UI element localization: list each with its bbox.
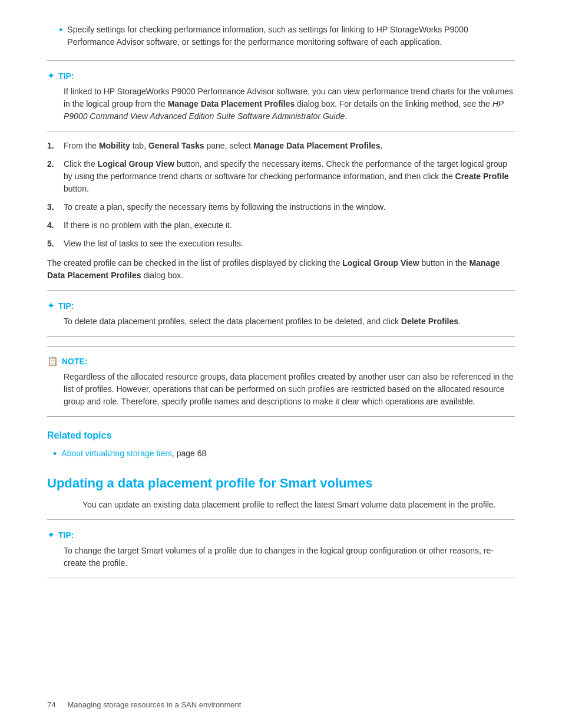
section-intro: You can update an existing data placemen… <box>82 499 515 511</box>
step-2-num: 2. <box>47 158 58 170</box>
tip2-body: To delete data placement profiles, selec… <box>47 315 515 328</box>
step-4: 4. If there is no problem with the plan,… <box>47 219 515 232</box>
note1-icon: 📋 <box>47 355 58 368</box>
tip2-label: TIP: <box>58 300 74 312</box>
tip3-label: TIP: <box>58 529 74 542</box>
step-1-text: From the Mobility tab, General Tasks pan… <box>64 140 515 152</box>
tip2-text1: To delete data placement profiles, selec… <box>64 317 401 326</box>
divider-note-bottom <box>47 416 515 417</box>
page-footer: 74 Managing storage resources in a SAN e… <box>47 699 515 711</box>
section-heading: Updating a data placement profile for Sm… <box>47 475 515 492</box>
tip1-bold1: Manage Data Placement Profiles <box>168 99 295 108</box>
note1-box: 📋 NOTE: Regardless of the allocated reso… <box>47 355 515 408</box>
step-3: 3. To create a plan, specify the necessa… <box>47 201 515 213</box>
related-bullet-icon: • <box>53 447 57 461</box>
tip1-header: ✦ TIP: <box>47 69 515 83</box>
related-topics-heading: Related topics <box>47 429 515 443</box>
step-2-text: Click the Logical Group View button, and… <box>64 158 515 195</box>
tip3-box: ✦ TIP: To change the target Smart volume… <box>47 528 515 569</box>
step-3-text: To create a plan, specify the necessary … <box>64 201 515 213</box>
tip2-icon: ✦ <box>47 299 55 313</box>
divider-tip3-top <box>47 519 515 520</box>
step-1-num: 1. <box>47 140 58 152</box>
tip1-icon: ✦ <box>47 69 55 83</box>
tip3-icon: ✦ <box>47 528 55 542</box>
numbered-list: 1. From the Mobility tab, General Tasks … <box>47 140 515 250</box>
step-1-bold1: Mobility <box>99 141 130 150</box>
step-4-num: 4. <box>47 219 58 232</box>
tip2-box: ✦ TIP: To delete data placement profiles… <box>47 299 515 328</box>
page: • Specify settings for checking performa… <box>0 0 562 728</box>
divider-note-top <box>47 346 515 347</box>
note1-body: Regardless of the allocated resource gro… <box>47 371 515 408</box>
related-topic-link[interactable]: About virtualizing storage tiers <box>61 449 172 458</box>
related-topic-link-text: About virtualizing storage tiers, page 6… <box>61 447 206 461</box>
step-2-bold1: Logical Group View <box>98 159 174 169</box>
tip3-header: ✦ TIP: <box>47 528 515 542</box>
para1-bold1: Logical Group View <box>342 258 419 268</box>
step-1-bold2: General Tasks <box>148 141 204 150</box>
paragraph1: The created profile can be checked in th… <box>47 257 515 282</box>
divider-tip2-top <box>47 290 515 291</box>
step-2: 2. Click the Logical Group View button, … <box>47 158 515 195</box>
step-3-num: 3. <box>47 201 58 213</box>
step-5-num: 5. <box>47 238 58 250</box>
step-4-text: If there is no problem with the plan, ex… <box>64 219 515 232</box>
para1-bold2: Manage Data Placement Profiles <box>47 258 500 280</box>
tip2-bold: Delete Profiles <box>401 317 458 326</box>
related-topic-page-ref: , page 68 <box>172 449 206 458</box>
tip2-text2: . <box>458 317 461 326</box>
divider-tip1-top <box>47 60 515 61</box>
tip3-body: To change the target Smart volumes of a … <box>47 545 515 569</box>
step-5: 5. View the list of tasks to see the exe… <box>47 238 515 250</box>
tip2-header: ✦ TIP: <box>47 299 515 313</box>
step-1-bold3: Manage Data Placement Profiles <box>253 141 381 150</box>
step-1: 1. From the Mobility tab, General Tasks … <box>47 140 515 152</box>
bullet-item: • Specify settings for checking performa… <box>59 24 515 48</box>
note1-label: NOTE: <box>62 355 88 368</box>
note-section: 📋 NOTE: Regardless of the allocated reso… <box>47 346 515 417</box>
step-2-bold2: Create Profile <box>455 172 509 181</box>
bullet-dot-icon: • <box>59 24 62 48</box>
note1-header: 📋 NOTE: <box>47 355 515 368</box>
bullet-text: Specify settings for checking performanc… <box>67 24 515 48</box>
tip1-text2: dialog box. For details on the linking m… <box>295 99 492 108</box>
tip1-label: TIP: <box>58 70 74 83</box>
footer-page-number: 74 <box>47 699 55 711</box>
bullet-section: • Specify settings for checking performa… <box>47 24 515 48</box>
related-topic-item: • About virtualizing storage tiers, page… <box>47 447 515 461</box>
step-5-text: View the list of tasks to see the execut… <box>64 238 515 250</box>
tip1-box: ✦ TIP: If linked to HP StorageWorks P900… <box>47 69 515 123</box>
divider-tip1-bottom <box>47 131 515 131</box>
divider-tip3-bottom <box>47 578 515 578</box>
related-topics-section: Related topics • About virtualizing stor… <box>47 429 515 461</box>
divider-tip2-bottom <box>47 336 515 337</box>
footer-text: Managing storage resources in a SAN envi… <box>67 699 241 711</box>
tip1-body: If linked to HP StorageWorks P9000 Perfo… <box>47 85 515 123</box>
tip1-text3: . <box>345 111 347 121</box>
